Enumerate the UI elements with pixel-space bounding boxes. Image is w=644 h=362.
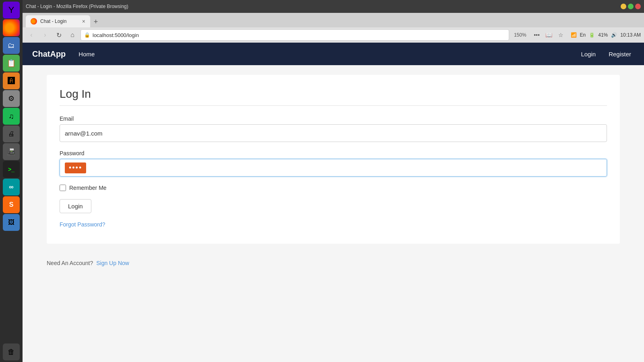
password-group: Password •••• bbox=[60, 150, 607, 177]
forward-button[interactable]: › bbox=[39, 29, 51, 41]
minimize-button[interactable] bbox=[621, 4, 626, 9]
close-button[interactable] bbox=[635, 4, 641, 9]
reading-mode-button[interactable]: 📖 bbox=[543, 29, 555, 41]
app-nav-right: Login Register bbox=[578, 51, 634, 58]
login-form-container: Log In Email Password •••• Remember Me L… bbox=[47, 75, 620, 244]
terminal-icon[interactable]: >_ bbox=[3, 161, 20, 178]
navigation-bar: ‹ › ↻ ⌂ 🔒 localhost:5000/login 150% ••• … bbox=[23, 27, 644, 43]
remember-me-group: Remember Me bbox=[60, 185, 607, 191]
page-footer: Need An Account? Sign Up Now bbox=[23, 253, 644, 273]
reload-button[interactable]: ↻ bbox=[53, 29, 64, 41]
new-tab-button[interactable]: + bbox=[90, 16, 101, 27]
arduino-icon[interactable]: ∞ bbox=[3, 179, 20, 195]
nav-register-link[interactable]: Register bbox=[605, 51, 634, 58]
nav-home-link[interactable]: Home bbox=[75, 51, 98, 58]
more-tools-button[interactable]: ••• bbox=[531, 29, 543, 41]
password-label: Password bbox=[60, 150, 607, 156]
taskbar: Y 🗂 📋 🅰 ⚙ ♫ 🖨 📠 >_ ∞ S 🖼 🗑 bbox=[0, 0, 23, 362]
battery-level: 41% bbox=[598, 32, 608, 38]
page-content: ChatApp Home Login Register Log In Email… bbox=[23, 43, 644, 362]
tab-close-button[interactable]: × bbox=[82, 18, 85, 25]
active-tab[interactable]: Chat - Login × bbox=[26, 15, 90, 27]
remember-me-checkbox[interactable] bbox=[60, 185, 66, 191]
nav-login-link[interactable]: Login bbox=[578, 51, 599, 58]
wifi-icon: 📶 bbox=[571, 32, 577, 38]
yahoo-icon[interactable]: Y bbox=[3, 2, 20, 19]
remember-me-label: Remember Me bbox=[69, 185, 107, 191]
software-icon[interactable]: 🅰 bbox=[3, 72, 20, 89]
app-navbar: ChatApp Home Login Register bbox=[23, 43, 644, 65]
clock: 10:13 AM bbox=[620, 32, 641, 38]
login-button[interactable]: Login bbox=[60, 199, 91, 213]
password-dots: •••• bbox=[65, 162, 86, 173]
no-account-text: Need An Account? bbox=[47, 260, 93, 266]
image-viewer-icon[interactable]: 🖼 bbox=[3, 214, 20, 231]
battery-icon: 🔋 bbox=[589, 32, 595, 38]
window-title: Chat - Login - Mozilla Firefox (Private … bbox=[26, 4, 128, 9]
email-label: Email bbox=[60, 115, 607, 122]
signup-link[interactable]: Sign Up Now bbox=[96, 260, 129, 266]
green-app-icon[interactable]: 📋 bbox=[3, 55, 20, 72]
zoom-level: 150% bbox=[512, 32, 529, 38]
firefox-icon[interactable] bbox=[3, 19, 20, 36]
bookmark-button[interactable]: ☆ bbox=[555, 29, 567, 41]
maximize-button[interactable] bbox=[628, 4, 634, 9]
home-button[interactable]: ⌂ bbox=[67, 29, 78, 41]
nav-tools: ••• 📖 ☆ bbox=[531, 29, 567, 41]
tab-bar: Chat - Login × + bbox=[23, 13, 644, 27]
address-text: localhost:5000/login bbox=[93, 32, 139, 38]
address-bar[interactable]: 🔒 localhost:5000/login bbox=[80, 29, 509, 41]
forgot-password-link[interactable]: Forgot Password? bbox=[60, 221, 607, 228]
scanner2-icon[interactable]: 📠 bbox=[3, 143, 20, 160]
files-icon[interactable]: 🗂 bbox=[3, 37, 20, 54]
trash-icon[interactable]: 🗑 bbox=[3, 343, 20, 360]
browser-window: Chat - Login - Mozilla Firefox (Private … bbox=[23, 0, 644, 362]
form-title: Log In bbox=[60, 88, 607, 106]
settings-icon[interactable]: ⚙ bbox=[3, 90, 20, 107]
spotify-icon[interactable]: ♫ bbox=[3, 108, 20, 125]
system-tray: 📶 En 🔋 41% 🔊 10:13 AM bbox=[569, 32, 641, 38]
email-group: Email bbox=[60, 115, 607, 142]
app-brand[interactable]: ChatApp bbox=[32, 49, 66, 59]
volume-icon: 🔊 bbox=[611, 32, 617, 38]
tab-label: Chat - Login bbox=[40, 19, 66, 24]
back-button[interactable]: ‹ bbox=[26, 29, 37, 41]
lock-icon: 🔒 bbox=[84, 32, 90, 38]
lang-indicator: En bbox=[580, 32, 586, 38]
scanner-icon[interactable]: 🖨 bbox=[3, 125, 20, 142]
tab-favicon bbox=[31, 18, 37, 25]
title-bar: Chat - Login - Mozilla Firefox (Private … bbox=[23, 0, 644, 13]
password-input-wrapper[interactable]: •••• bbox=[60, 159, 607, 177]
window-controls bbox=[621, 4, 641, 9]
sublime-icon[interactable]: S bbox=[3, 196, 20, 213]
email-input[interactable] bbox=[60, 124, 607, 142]
